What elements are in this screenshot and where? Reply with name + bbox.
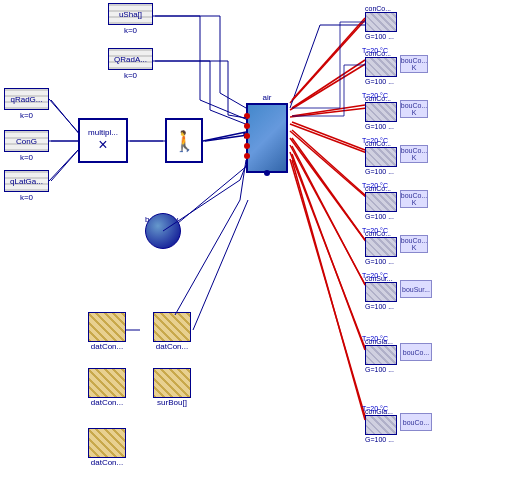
datCon4-label: datCon... xyxy=(91,458,123,467)
diagram-canvas: uSha[] k=0 QRadA... k=0 qRadG... k=0 Con… xyxy=(0,0,508,502)
conCo2-temp: T=20 °C xyxy=(362,47,388,54)
qRadG-k: k=0 xyxy=(20,111,33,120)
conCo6-group: conCo... T=20 °C bouCo... K G=100 ... xyxy=(365,230,397,265)
air-label: air xyxy=(246,93,288,102)
multiplier-block[interactable]: multipl... × xyxy=(78,118,128,163)
svg-line-17 xyxy=(290,145,367,288)
surBou-block[interactable]: surBou[] xyxy=(153,368,191,407)
svg-line-14 xyxy=(290,124,367,153)
bouCo2-k: K xyxy=(412,64,417,71)
svg-line-2 xyxy=(51,148,80,181)
datCon3-label: datCon... xyxy=(91,398,123,407)
svg-line-24 xyxy=(193,200,248,330)
svg-line-27 xyxy=(49,99,78,132)
svg-line-37 xyxy=(292,138,365,240)
surBou-label: surBou[] xyxy=(157,398,187,407)
svg-line-19 xyxy=(290,159,367,423)
datCon1-block[interactable]: datCon... xyxy=(88,312,126,351)
qRadA-label: QRadA... xyxy=(114,55,147,64)
qRadG-label: qRadG... xyxy=(10,95,42,104)
svg-line-12 xyxy=(290,63,367,110)
datCon1-label: datCon... xyxy=(91,342,123,351)
qRadG-block[interactable]: qRadG... k=0 xyxy=(4,88,49,120)
svg-line-10 xyxy=(205,135,248,141)
svg-line-16 xyxy=(290,138,367,243)
svg-line-35 xyxy=(292,122,365,150)
datCon4-block[interactable]: datCon... xyxy=(88,428,126,467)
svg-line-33 xyxy=(292,60,365,108)
conCo2-G: G=100 ... xyxy=(365,78,397,85)
qConG-k: k=0 xyxy=(20,153,33,162)
svg-line-39 xyxy=(292,154,365,350)
qLatGa-block[interactable]: qLatGa... k=0 xyxy=(4,170,49,202)
svg-line-13 xyxy=(290,108,367,117)
qLatGa-k: k=0 xyxy=(20,193,33,202)
qRadA-k: k=0 xyxy=(124,71,137,80)
conCo2-group: conCo... T=20 °C bouCo... K G=100 ... xyxy=(365,50,397,85)
conCo4-group: conCo... T=20 °C bouCo... K G=100 ... xyxy=(365,140,397,175)
bouCo2-label: bouCo... xyxy=(401,57,427,64)
uSha-block[interactable]: uSha[] k=0 xyxy=(108,3,153,35)
conCo3-temp: T=20 °C xyxy=(362,92,388,99)
conSur-group: conSur... T=20 °C bouSur... G=100 ... xyxy=(365,275,397,310)
qConG-label: ConG xyxy=(16,137,37,146)
person-block[interactable]: 🚶 xyxy=(165,118,203,163)
svg-line-15 xyxy=(290,131,367,198)
qLatGa-label: qLatGa... xyxy=(10,177,43,186)
datCon2-label: datCon... xyxy=(156,342,188,351)
qRadA-block[interactable]: QRadA... k=0 xyxy=(108,48,153,80)
datCon3-block[interactable]: datCon... xyxy=(88,368,126,407)
svg-line-31 xyxy=(203,132,246,141)
svg-line-34 xyxy=(292,105,365,116)
conCo3-group: conCo... T=20 °C bouCo... K G=100 ... xyxy=(365,95,397,130)
conGla2-group: conGla... T=20 °C bouCo... G=100 ... xyxy=(365,408,397,443)
person-icon: 🚶 xyxy=(172,129,197,153)
conGla1-group: conGla... T=20 °C bouCo... G=100 ... xyxy=(365,338,397,373)
svg-line-0 xyxy=(51,100,80,135)
conCo1-label: conCo... xyxy=(365,5,397,12)
svg-line-38 xyxy=(292,146,365,285)
qConG-block[interactable]: ConG k=0 xyxy=(4,130,49,162)
svg-line-8 xyxy=(210,110,248,125)
svg-line-29 xyxy=(49,150,78,181)
svg-line-32 xyxy=(292,18,365,100)
uSha-k: k=0 xyxy=(124,26,137,35)
svg-line-11 xyxy=(290,18,367,103)
svg-line-18 xyxy=(290,152,367,353)
datCon2-block[interactable]: datCon... xyxy=(153,312,191,351)
svg-line-21 xyxy=(290,25,320,108)
svg-line-40 xyxy=(292,160,365,420)
air-block[interactable]: air xyxy=(246,93,288,173)
svg-line-5 xyxy=(200,100,248,120)
svg-line-36 xyxy=(292,130,365,195)
conCo5-group: conCo... T=20 °C bouCo... K G=100 ... xyxy=(365,185,397,220)
boundary-block[interactable]: boundary xyxy=(145,213,178,224)
uSha-label: uSha[] xyxy=(119,10,142,19)
conCo1-G: G=100 ... xyxy=(365,33,397,40)
conCo1-group: conCo... T=20 °C bouCo... K G=100 ... xyxy=(365,5,397,40)
